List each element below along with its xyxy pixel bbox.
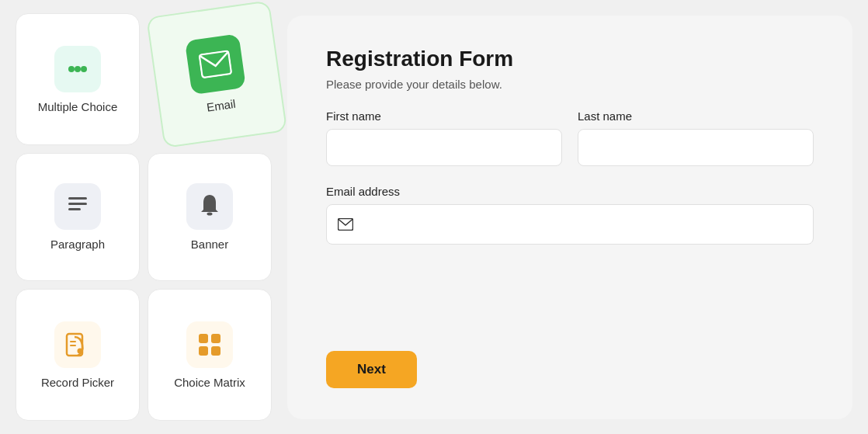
paragraph-label: Paragraph (50, 238, 105, 251)
svg-rect-4 (68, 197, 87, 200)
email-label: Email address (326, 185, 814, 198)
svg-rect-5 (68, 203, 87, 205)
next-button[interactable]: Next (326, 351, 417, 388)
last-name-label: Last name (578, 109, 814, 123)
main-container: Multiple Choice Email Paragraph (0, 0, 868, 434)
bell-icon (197, 193, 222, 220)
svg-point-0 (68, 66, 75, 72)
choice-matrix-icon-bg (186, 321, 233, 368)
left-panel: Multiple Choice Email Paragraph (16, 13, 272, 421)
svg-rect-11 (70, 345, 76, 346)
registration-form-panel: Registration Form Please provide your de… (287, 16, 852, 419)
first-name-field: First name (326, 109, 562, 166)
svg-point-7 (207, 213, 213, 216)
record-picker-label: Record Picker (41, 376, 114, 389)
form-title: Registration Form (326, 47, 814, 71)
multiple-choice-icon-bg (54, 46, 101, 92)
banner-label: Banner (191, 238, 228, 251)
choice-matrix-icon (196, 331, 224, 359)
multiple-choice-label: Multiple Choice (38, 100, 118, 113)
banner-icon-bg (186, 183, 233, 230)
choice-matrix-label: Choice Matrix (174, 376, 245, 389)
tile-choice-matrix[interactable]: Choice Matrix (148, 289, 272, 421)
email-field: Email address (326, 185, 814, 332)
email-icon-bg (185, 33, 246, 95)
svg-rect-13 (211, 334, 220, 343)
paragraph-icon-bg (54, 183, 101, 230)
svg-point-2 (81, 66, 87, 72)
tile-paragraph[interactable]: Paragraph (16, 153, 140, 281)
tile-record-picker[interactable]: Record Picker (16, 289, 140, 421)
email-input[interactable] (326, 204, 814, 245)
svg-rect-10 (70, 341, 76, 342)
record-picker-icon-bg (54, 321, 101, 368)
email-input-icon (338, 218, 353, 231)
form-subtitle: Please provide your details below. (326, 78, 814, 91)
svg-point-1 (75, 66, 81, 72)
email-label: Email (206, 96, 237, 113)
svg-rect-14 (199, 346, 208, 356)
last-name-input[interactable] (578, 129, 814, 166)
email-icon (198, 50, 232, 78)
svg-point-9 (78, 348, 83, 353)
svg-rect-12 (199, 334, 208, 343)
svg-rect-15 (211, 346, 220, 356)
tile-email[interactable]: Email (146, 0, 287, 148)
record-picker-icon (64, 331, 92, 359)
tile-banner[interactable]: Banner (148, 153, 272, 281)
first-name-label: First name (326, 109, 562, 123)
last-name-field: Last name (578, 109, 814, 166)
tile-multiple-choice[interactable]: Multiple Choice (16, 13, 140, 145)
name-fields-row: First name Last name (326, 109, 814, 166)
dots-icon (64, 55, 92, 83)
svg-rect-6 (68, 208, 81, 210)
first-name-input[interactable] (326, 129, 562, 166)
paragraph-icon (65, 193, 90, 220)
